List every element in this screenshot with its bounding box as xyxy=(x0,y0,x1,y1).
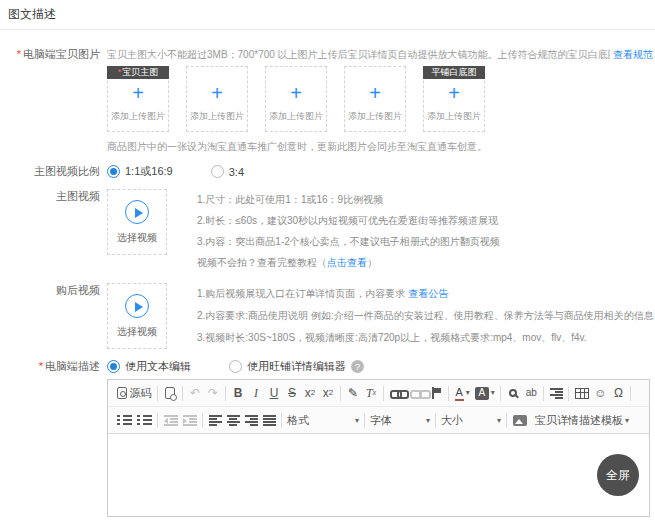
main-image-chip: *宝贝主图 xyxy=(107,66,169,79)
font-dropdown[interactable]: 字体▾ xyxy=(370,413,430,428)
video-ratio-label: 主图视频比例 xyxy=(0,164,107,179)
preview-button[interactable] xyxy=(164,383,177,403)
divider xyxy=(157,386,158,401)
paragraph-format-button[interactable] xyxy=(550,383,563,403)
search-button[interactable] xyxy=(507,383,520,403)
format-painter-icon: ✎ xyxy=(348,383,358,403)
redo-icon: ↷ xyxy=(208,383,218,403)
underline-button[interactable]: U xyxy=(268,383,281,403)
radio-selected-icon xyxy=(107,360,120,373)
editor-content-area[interactable]: 全屏 xyxy=(108,434,649,516)
divider xyxy=(448,386,449,401)
uploader-label: 添加上传图片 xyxy=(111,110,165,123)
superscript-button[interactable]: x2 xyxy=(322,383,335,403)
insert-table-button[interactable] xyxy=(575,383,589,403)
find-replace-icon: ab xyxy=(526,383,537,403)
uploader-white-bg-image[interactable]: 平铺白底图 + 添加上传图片 xyxy=(423,66,485,132)
fullscreen-button[interactable]: 全屏 xyxy=(597,454,639,496)
align-center-button[interactable] xyxy=(227,410,240,430)
undo-button[interactable]: ↶ xyxy=(189,383,202,403)
divider xyxy=(568,386,569,401)
editor-toolbar-row-2: 格式▾ 字体▾ 大小▾ 宝贝详情描述模板▾ xyxy=(108,407,649,434)
italic-button[interactable]: I xyxy=(250,383,263,403)
form: *电脑端宝贝图片 宝贝主图大小不能超过3MB；700*700 以上图片上传后宝贝… xyxy=(0,30,655,517)
tutorial-link[interactable]: 点击查看 xyxy=(327,257,367,268)
after-sale-video-picker[interactable]: 选择视频 xyxy=(107,283,167,349)
special-char-button[interactable]: Ω xyxy=(612,383,625,403)
page-title: 图文描述 xyxy=(8,6,56,23)
product-images-hint: 宝贝主图大小不能超过3MB；700*700 以上图片上传后宝贝详情页自动提供放大… xyxy=(107,47,655,62)
divider xyxy=(202,413,203,428)
bold-button[interactable]: B xyxy=(232,383,245,403)
divider xyxy=(543,386,544,401)
remove-link-button[interactable] xyxy=(410,383,425,403)
text-editor-option[interactable]: 使用文本编辑 xyxy=(107,359,191,374)
divider xyxy=(225,386,226,401)
tip-line: 1.尺寸：此处可使用1：1或16：9比例视频 xyxy=(197,189,500,210)
outdent-icon xyxy=(164,415,178,426)
align-justify-button[interactable] xyxy=(263,410,276,430)
divider xyxy=(340,386,341,401)
caret-down-icon: ▾ xyxy=(625,416,629,425)
remove-format-button[interactable]: Tx xyxy=(365,383,378,403)
plus-icon: + xyxy=(448,83,460,103)
align-right-button[interactable] xyxy=(245,410,258,430)
ztc-sync-note: 商品图片中的一张设为淘宝直通车推广创意时，更新此图片会同步至淘宝直通车创意。 xyxy=(107,140,655,154)
ordered-list-button[interactable] xyxy=(117,410,132,430)
bullet-list-icon xyxy=(137,415,152,425)
align-center-icon xyxy=(227,415,240,426)
divider xyxy=(182,386,183,401)
help-icon[interactable]: ? xyxy=(351,360,364,373)
announcement-link[interactable]: 查看公告 xyxy=(408,288,448,299)
text-color-button[interactable]: A▾ xyxy=(455,383,470,403)
source-code-button[interactable]: 源码 xyxy=(117,383,152,403)
replace-button[interactable]: ab xyxy=(525,383,538,403)
plus-icon: + xyxy=(369,83,381,103)
uploader-image-4[interactable]: + 添加上传图片 xyxy=(344,66,406,132)
ordered-list-icon xyxy=(117,415,132,425)
anchor-button[interactable] xyxy=(430,383,443,403)
omega-icon: Ω xyxy=(614,383,623,403)
description-template-dropdown[interactable]: 宝贝详情描述模板▾ xyxy=(535,413,629,428)
row-product-images: *电脑端宝贝图片 宝贝主图大小不能超过3MB；700*700 以上图片上传后宝贝… xyxy=(0,47,655,154)
size-dropdown[interactable]: 大小▾ xyxy=(441,413,501,428)
tip-line: 2.时长：≤60s，建议30秒以内短视频可优先在爱逛街等推荐频道展现 xyxy=(197,210,500,231)
uploader-main-image[interactable]: *宝贝主图 + 添加上传图片 xyxy=(107,66,169,132)
decrease-indent-button[interactable] xyxy=(164,410,178,430)
uploader-image-3[interactable]: + 添加上传图片 xyxy=(265,66,327,132)
background-color-icon: A xyxy=(475,387,489,400)
view-spec-link[interactable]: 查看规范 xyxy=(613,47,653,62)
divider xyxy=(281,413,282,428)
description-label: *电脑端描述 xyxy=(0,359,107,374)
main-video-tips: 1.尺寸：此处可使用1：1或16：9比例视频 2.时长：≤60s，建议30秒以内… xyxy=(197,189,500,273)
align-left-button[interactable] xyxy=(209,410,222,430)
format-painter-button[interactable]: ✎ xyxy=(347,383,360,403)
row-description-mode: *电脑端描述 使用文本编辑 使用旺铺详情编辑器 ? xyxy=(0,359,655,374)
row-video-ratio: 主图视频比例 1:1或16:9 3:4 xyxy=(0,164,655,179)
wangpu-editor-option[interactable]: 使用旺铺详情编辑器 xyxy=(229,359,346,374)
insert-link-button[interactable] xyxy=(390,383,405,403)
ratio-option-3-4[interactable]: 3:4 xyxy=(211,165,244,178)
undo-icon: ↶ xyxy=(190,383,200,403)
flag-icon xyxy=(431,387,441,399)
tip-line: 3.视频时长:30S~180S，视频清晰度:高清720p以上，视频格式要求:mp… xyxy=(197,327,655,349)
background-color-button[interactable]: A▾ xyxy=(475,383,495,403)
insert-image-button[interactable] xyxy=(513,410,527,430)
uploader-label: 添加上传图片 xyxy=(348,110,402,123)
increase-indent-button[interactable] xyxy=(183,410,197,430)
ratio-option-1-1-16-9[interactable]: 1:1或16:9 xyxy=(107,164,173,179)
redo-button[interactable]: ↷ xyxy=(207,383,220,403)
radio-selected-icon xyxy=(107,165,120,178)
uploader-image-2[interactable]: + 添加上传图片 xyxy=(186,66,248,132)
strikethrough-button[interactable]: S xyxy=(286,383,299,403)
tip-line: 1.购后视频展现入口在订单详情页面，内容要求 查看公告 xyxy=(197,283,655,305)
divider xyxy=(435,413,436,428)
emoji-button[interactable]: ☺ xyxy=(594,383,607,403)
unlink-icon xyxy=(410,388,425,398)
format-dropdown[interactable]: 格式▾ xyxy=(287,413,359,428)
divider xyxy=(364,413,365,428)
product-images-label: *电脑端宝贝图片 xyxy=(0,47,107,154)
main-video-picker[interactable]: 选择视频 xyxy=(107,189,167,255)
bullet-list-button[interactable] xyxy=(137,410,152,430)
subscript-button[interactable]: x2 xyxy=(304,383,317,403)
